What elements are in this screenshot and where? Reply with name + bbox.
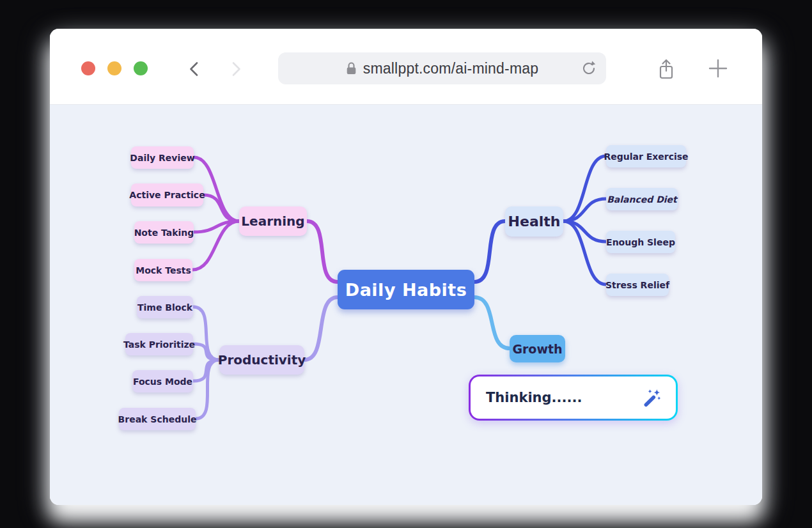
forward-button[interactable] [227, 61, 244, 77]
thinking-status-text: Thinking...... [486, 390, 641, 405]
edge-root-learning [307, 221, 338, 282]
address-bar[interactable]: smallppt.com/ai-mind-map [278, 52, 606, 84]
reload-button[interactable] [581, 60, 597, 77]
edge-root-productivity [304, 297, 338, 360]
edge-root-health [474, 221, 505, 282]
node-stress-relief[interactable]: Stress Relief [606, 274, 669, 296]
node-growth[interactable]: Growth [510, 335, 565, 362]
back-button[interactable] [187, 61, 203, 77]
browser-window: smallppt.com/ai-mind-map [50, 29, 762, 505]
share-button[interactable] [655, 58, 677, 80]
window-minimize-button[interactable] [107, 61, 121, 75]
url-text: smallppt.com/ai-mind-map [363, 60, 539, 77]
chevron-left-icon [187, 61, 203, 77]
magic-wand-icon [641, 387, 663, 408]
node-regular-exercise[interactable]: Regular Exercise [606, 145, 686, 167]
node-task-prioritize[interactable]: Task Prioritize [125, 333, 193, 355]
window-zoom-button[interactable] [134, 61, 148, 75]
node-daily-review[interactable]: Daily Review [131, 146, 194, 169]
node-balanced-diet[interactable]: Balanced Diet [606, 188, 678, 210]
node-active-practice[interactable]: Active Practice [131, 183, 203, 206]
ai-thinking-inner: Thinking...... [471, 377, 676, 419]
node-note-taking[interactable]: Note Taking [134, 221, 194, 244]
lock-icon [346, 61, 357, 75]
node-productivity[interactable]: Productivity [219, 345, 304, 375]
node-time-block[interactable]: Time Block [137, 296, 193, 318]
browser-toolbar: smallppt.com/ai-mind-map [50, 29, 762, 104]
ai-thinking-box[interactable]: Thinking...... [469, 375, 678, 421]
edge-root-growth [474, 297, 510, 348]
mindmap-canvas[interactable]: Daily Habits Learning Daily Review Activ… [50, 104, 762, 505]
node-mock-tests[interactable]: Mock Tests [134, 259, 192, 281]
screenshot-background: smallppt.com/ai-mind-map [0, 0, 812, 528]
share-icon [656, 58, 676, 81]
node-focus-mode[interactable]: Focus Mode [132, 370, 193, 392]
node-learning[interactable]: Learning [239, 206, 307, 236]
edge-productivity-break-schedule [196, 360, 219, 419]
plus-icon [708, 58, 728, 79]
node-enough-sleep[interactable]: Enough Sleep [606, 231, 675, 253]
window-close-button[interactable] [81, 61, 95, 75]
chevron-right-icon [227, 61, 244, 77]
node-break-schedule[interactable]: Break Schedule [119, 408, 196, 430]
new-tab-button[interactable] [707, 58, 729, 80]
reload-icon [581, 60, 597, 77]
node-daily-habits[interactable]: Daily Habits [338, 270, 474, 309]
node-health[interactable]: Health [505, 206, 563, 237]
